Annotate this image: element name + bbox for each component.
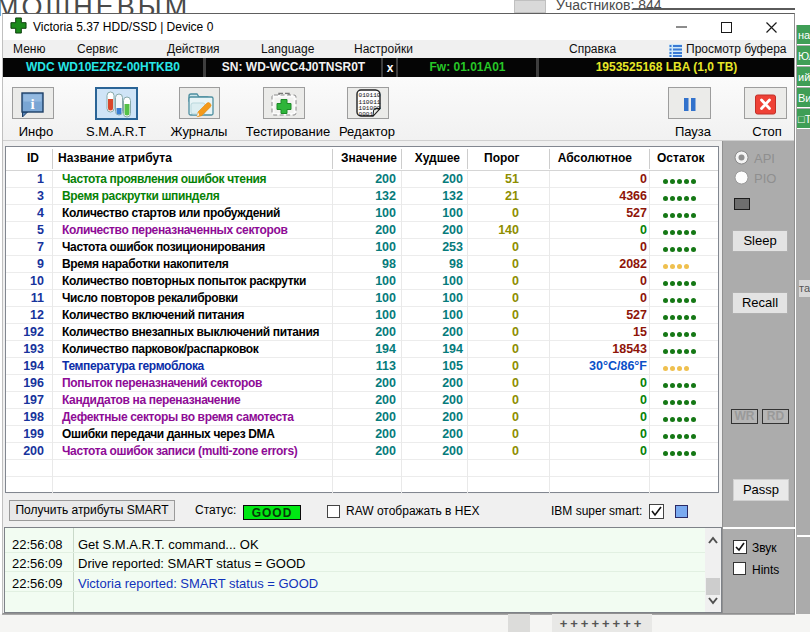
svg-text:0001: 0001 [359,111,374,118]
svg-text:i: i [30,96,34,112]
